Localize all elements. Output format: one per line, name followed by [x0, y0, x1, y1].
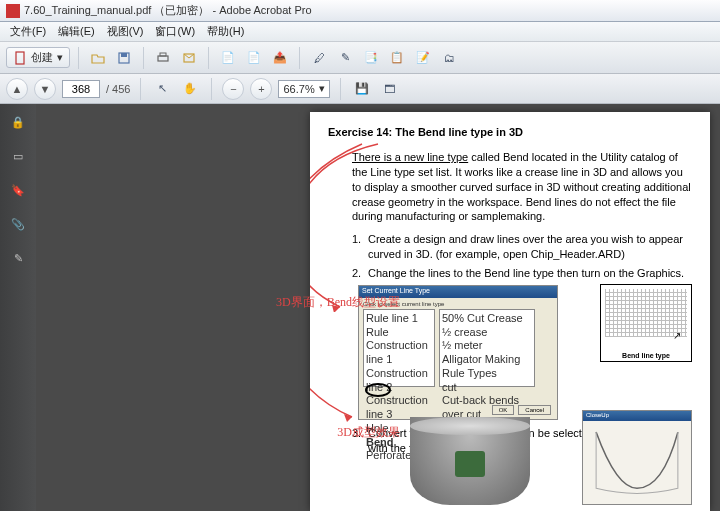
cup-render [410, 417, 530, 505]
view-icon[interactable]: 🗔 [379, 78, 401, 100]
zoom-in-button[interactable]: + [250, 78, 272, 100]
separator [143, 47, 144, 69]
pointer-icon[interactable]: ↖ [151, 78, 173, 100]
zoom-select[interactable]: 66.7%▾ [278, 80, 329, 98]
print-icon[interactable] [152, 47, 174, 69]
tool4-icon[interactable]: 📋 [386, 47, 408, 69]
page-input[interactable] [62, 80, 100, 98]
menu-edit[interactable]: 编辑(E) [52, 24, 101, 39]
page-down-button[interactable]: ▼ [34, 78, 56, 100]
zoom-out-button[interactable]: − [222, 78, 244, 100]
tool6-icon[interactable]: 🗂 [438, 47, 460, 69]
create-icon [13, 51, 27, 65]
closeup-title: CloseUp [583, 411, 691, 421]
save-icon[interactable] [113, 47, 135, 69]
create-label: 创建 [31, 50, 53, 65]
menu-bar: 文件(F) 编辑(E) 视图(V) 窗口(W) 帮助(H) [0, 22, 720, 42]
create-button[interactable]: 创建 ▾ [6, 47, 70, 68]
export-icon[interactable]: 📤 [269, 47, 291, 69]
step-1: 1.Create a design and draw lines over th… [352, 232, 692, 262]
separator [208, 47, 209, 69]
tool-icon[interactable]: 🖊 [308, 47, 330, 69]
svg-rect-4 [160, 53, 166, 56]
svg-rect-2 [121, 53, 127, 57]
attach-icon[interactable]: 📎 [8, 214, 28, 234]
bookmark-icon[interactable]: 🔖 [8, 180, 28, 200]
chevron-down-icon: ▾ [319, 82, 325, 95]
separator [340, 78, 341, 100]
separator [211, 78, 212, 100]
separator [299, 47, 300, 69]
annotation-1: 3D界面，Bend线型设置 [276, 294, 400, 311]
sign-icon[interactable]: ✎ [8, 248, 28, 268]
title-bar: 7.60_Training_manual.pdf （已加密） - Adobe A… [0, 0, 720, 22]
pattern-label: Bend line type [601, 352, 691, 359]
app-icon [6, 4, 20, 18]
document-canvas[interactable]: Exercise 14: The Bend line type in 3D Th… [36, 104, 720, 511]
right-list: 50% Cut Crease½ crease½ meterAlligator M… [439, 309, 535, 387]
window-title: 7.60_Training_manual.pdf （已加密） - Adobe A… [24, 3, 312, 18]
separator [140, 78, 141, 100]
svg-rect-0 [16, 52, 24, 64]
pages-icon[interactable]: ▭ [8, 146, 28, 166]
doc-icon[interactable]: 📄 [217, 47, 239, 69]
page-toolbar: ▲ ▼ / 456 ↖ ✋ − + 66.7%▾ 💾 🗔 [0, 74, 720, 104]
page-heading: Exercise 14: The Bend line type in 3D [328, 126, 692, 138]
tool3-icon[interactable]: 📑 [360, 47, 382, 69]
workspace: 🔒 ▭ 🔖 📎 ✎ Exercise 14: The Bend line typ… [0, 104, 720, 511]
arrow-icon: ↗ [673, 330, 681, 341]
menu-view[interactable]: 视图(V) [101, 24, 150, 39]
separator [78, 47, 79, 69]
open-icon[interactable] [87, 47, 109, 69]
annotation-2: 3D成型效果 [337, 424, 400, 441]
mail-icon[interactable] [178, 47, 200, 69]
pattern-diagram: ↗ Bend line type [600, 284, 692, 362]
hand-icon[interactable]: ✋ [179, 78, 201, 100]
pdf-page: Exercise 14: The Bend line type in 3D Th… [310, 112, 710, 511]
circle-annotation [365, 383, 391, 397]
lock-icon[interactable]: 🔒 [8, 112, 28, 132]
svg-rect-3 [158, 56, 168, 61]
page-up-button[interactable]: ▲ [6, 78, 28, 100]
tool5-icon[interactable]: 📝 [412, 47, 434, 69]
tool2-icon[interactable]: ✎ [334, 47, 356, 69]
menu-window[interactable]: 窗口(W) [149, 24, 201, 39]
step-2: 2.Change the lines to the Bend line type… [352, 266, 692, 281]
doc2-icon[interactable]: 📄 [243, 47, 265, 69]
menu-file[interactable]: 文件(F) [4, 24, 52, 39]
closeup-panel: CloseUp [582, 410, 692, 505]
page-total: / 456 [106, 83, 130, 95]
sidebar: 🔒 ▭ 🔖 📎 ✎ [0, 104, 36, 511]
intro-text: There is a new line type called Bend loc… [352, 150, 692, 224]
menu-help[interactable]: 帮助(H) [201, 24, 250, 39]
left-list: Rule line 1RuleConstruction line 1Constr… [363, 309, 435, 387]
dialog-buttons: OKCancel [492, 405, 551, 415]
save2-icon[interactable]: 💾 [351, 78, 373, 100]
main-toolbar: 创建 ▾ 📄 📄 📤 🖊 ✎ 📑 📋 📝 🗂 [0, 42, 720, 74]
dropdown-icon: ▾ [57, 51, 63, 64]
